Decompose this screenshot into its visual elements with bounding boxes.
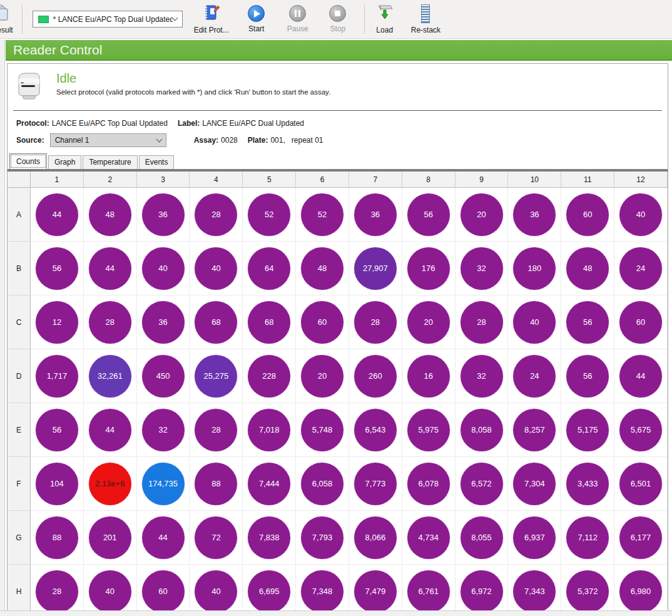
well-G4[interactable]: 72 <box>195 516 237 559</box>
well-D7[interactable]: 260 <box>354 355 397 398</box>
well-H7[interactable]: 7,479 <box>354 570 397 613</box>
well-D10[interactable]: 24 <box>513 355 556 398</box>
well-C11[interactable]: 56 <box>566 301 609 344</box>
well-F6[interactable]: 6,058 <box>301 463 344 505</box>
well-H11[interactable]: 5,372 <box>566 570 609 613</box>
well-B9[interactable]: 32 <box>461 247 503 290</box>
well-D9[interactable]: 32 <box>461 355 503 398</box>
left-splitter-rail[interactable] <box>0 39 5 616</box>
stop-button[interactable]: Stop <box>322 3 354 36</box>
well-E4[interactable]: 28 <box>195 409 237 451</box>
well-D2[interactable]: 32,261 <box>89 355 131 398</box>
well-D1[interactable]: 1,717 <box>36 355 78 398</box>
well-F1[interactable]: 104 <box>36 463 78 505</box>
well-H5[interactable]: 6,695 <box>248 570 290 613</box>
well-E3[interactable]: 32 <box>142 409 185 451</box>
well-B11[interactable]: 48 <box>566 247 609 290</box>
well-B8[interactable]: 176 <box>407 247 450 290</box>
well-F4[interactable]: 88 <box>195 463 237 505</box>
well-H9[interactable]: 6,972 <box>461 570 503 613</box>
well-A4[interactable]: 28 <box>195 193 237 236</box>
well-B10[interactable]: 180 <box>513 247 556 290</box>
well-B3[interactable]: 40 <box>142 247 185 290</box>
well-G9[interactable]: 8,055 <box>461 516 503 559</box>
well-B4[interactable]: 40 <box>195 247 237 290</box>
well-D4[interactable]: 25,275 <box>195 355 237 398</box>
well-G5[interactable]: 7,838 <box>248 516 290 559</box>
well-F8[interactable]: 6,078 <box>407 463 450 505</box>
well-G12[interactable]: 6,177 <box>619 516 662 559</box>
well-F9[interactable]: 6,572 <box>461 463 503 505</box>
pause-button[interactable]: Pause <box>282 3 314 36</box>
result-button[interactable]: t Result <box>0 2 18 37</box>
protocol-dropdown[interactable]: * LANCE Eu/APC Top Dual Updated <box>33 11 183 28</box>
well-E6[interactable]: 5,748 <box>301 409 344 451</box>
well-A1[interactable]: 44 <box>36 193 78 236</box>
edit-protocol-button[interactable]: Edit Prot... <box>189 2 234 37</box>
restack-button[interactable]: Re-stack <box>406 2 445 37</box>
well-G6[interactable]: 7,793 <box>301 516 344 559</box>
well-A11[interactable]: 60 <box>566 193 609 236</box>
tab-events[interactable]: Events <box>139 155 175 169</box>
well-A12[interactable]: 40 <box>619 193 662 236</box>
tab-temperature[interactable]: Temperature <box>83 155 137 169</box>
bottom-scroll-strip[interactable] <box>0 610 672 616</box>
well-A10[interactable]: 36 <box>513 193 556 236</box>
well-H1[interactable]: 28 <box>36 570 78 613</box>
load-button[interactable]: Load <box>369 1 401 37</box>
tab-counts[interactable]: Counts <box>9 153 47 169</box>
tab-graph[interactable]: Graph <box>48 155 81 169</box>
well-G10[interactable]: 6,937 <box>513 516 556 559</box>
well-A5[interactable]: 52 <box>248 193 290 236</box>
well-F10[interactable]: 7,304 <box>513 463 556 505</box>
well-A3[interactable]: 36 <box>142 193 185 236</box>
well-E1[interactable]: 56 <box>36 409 78 451</box>
well-G1[interactable]: 88 <box>36 516 78 559</box>
well-B1[interactable]: 56 <box>36 247 78 290</box>
well-D12[interactable]: 44 <box>619 355 662 398</box>
start-button[interactable]: Start <box>240 3 273 36</box>
well-C1[interactable]: 12 <box>36 301 78 344</box>
well-D8[interactable]: 16 <box>407 355 450 398</box>
well-B7[interactable]: 27,907 <box>354 247 397 290</box>
well-E9[interactable]: 8,058 <box>461 409 503 451</box>
well-D6[interactable]: 20 <box>301 355 344 398</box>
well-C2[interactable]: 28 <box>89 301 131 344</box>
well-B6[interactable]: 48 <box>301 247 344 290</box>
well-E5[interactable]: 7,018 <box>248 409 290 451</box>
well-E12[interactable]: 5,675 <box>619 409 662 451</box>
well-E7[interactable]: 6,543 <box>354 409 397 451</box>
well-B12[interactable]: 24 <box>619 247 662 290</box>
well-A7[interactable]: 36 <box>354 193 397 236</box>
well-E10[interactable]: 8,257 <box>513 409 556 451</box>
well-A8[interactable]: 56 <box>407 193 450 236</box>
well-F11[interactable]: 3,433 <box>566 463 609 505</box>
well-H6[interactable]: 7,348 <box>301 570 344 613</box>
well-H8[interactable]: 6,761 <box>407 570 450 613</box>
well-F3[interactable]: 174,735 <box>142 463 185 505</box>
well-C7[interactable]: 28 <box>354 301 397 344</box>
well-D5[interactable]: 228 <box>248 355 290 398</box>
well-G7[interactable]: 8,066 <box>354 516 397 559</box>
well-D11[interactable]: 56 <box>566 355 609 398</box>
well-C3[interactable]: 36 <box>142 301 185 344</box>
well-G8[interactable]: 4,734 <box>407 516 450 559</box>
well-C8[interactable]: 20 <box>407 301 450 344</box>
well-C9[interactable]: 28 <box>461 301 503 344</box>
well-F5[interactable]: 7,444 <box>248 463 290 505</box>
well-C12[interactable]: 60 <box>619 301 662 344</box>
well-E11[interactable]: 5,175 <box>566 409 609 451</box>
well-H10[interactable]: 7,343 <box>513 570 556 613</box>
well-F2[interactable]: 2.13e+6 <box>89 463 131 505</box>
well-H4[interactable]: 40 <box>195 570 237 613</box>
source-dropdown[interactable]: Channel 1 <box>50 133 166 147</box>
well-B2[interactable]: 44 <box>89 247 131 290</box>
well-A9[interactable]: 20 <box>461 193 503 236</box>
well-B5[interactable]: 64 <box>248 247 290 290</box>
well-A6[interactable]: 52 <box>301 193 344 236</box>
well-H3[interactable]: 60 <box>142 570 185 613</box>
well-F7[interactable]: 7,773 <box>354 463 397 505</box>
well-H2[interactable]: 40 <box>89 570 131 613</box>
well-C10[interactable]: 40 <box>513 301 556 344</box>
well-C5[interactable]: 68 <box>248 301 290 344</box>
